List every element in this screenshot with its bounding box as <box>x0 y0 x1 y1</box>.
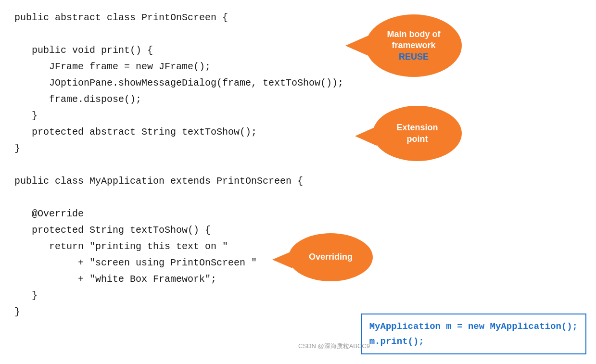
codebox-line1: MyApplication m = new MyApplication(); <box>369 319 578 334</box>
code-line-4: JFrame frame = new JFrame(); <box>14 59 582 75</box>
overriding-bubble: Overriding <box>289 233 373 281</box>
framework-bubble-line1: Main body of <box>387 29 441 39</box>
extension-bubble-line2: point <box>407 134 428 144</box>
code-box: MyApplication m = new MyApplication(); m… <box>361 314 586 354</box>
code-area: public abstract class PrintOnScreen { pu… <box>0 0 596 364</box>
framework-bubble-line3: REUSE <box>399 52 429 62</box>
framework-bubble-line2: framework <box>392 40 435 50</box>
code-blank-3 <box>14 189 582 206</box>
overriding-bubble-line1: Overriding <box>309 252 353 262</box>
codebox-line2: m.print(); <box>369 334 578 349</box>
code-line-5: JOptionPane.showMessageDialog(frame, tex… <box>14 75 582 91</box>
code-line-17: + "white Box Framework"; <box>14 271 582 288</box>
code-line-1: public abstract class PrintOnScreen { <box>14 10 582 26</box>
code-line-8: protected abstract String textToShow(); <box>14 124 582 140</box>
extension-bubble: Extension point <box>373 106 462 161</box>
framework-bubble: Main body of framework REUSE <box>366 14 462 77</box>
watermark: CSDN @深海质粒ABCC9 <box>298 342 370 351</box>
code-line-13: @Override <box>14 206 582 222</box>
code-line-3: public void print() { <box>14 42 582 59</box>
code-blank-2 <box>14 157 582 173</box>
code-line-18: } <box>14 288 582 304</box>
code-line-14: protected String textToShow() { <box>14 222 582 238</box>
code-line-11: public class MyApplication extends Print… <box>14 173 582 189</box>
code-line-7: } <box>14 108 582 124</box>
extension-bubble-line1: Extension <box>396 123 438 132</box>
code-line-6: frame.dispose(); <box>14 91 582 108</box>
code-blank-1 <box>14 26 582 42</box>
code-line-9: } <box>14 140 582 157</box>
